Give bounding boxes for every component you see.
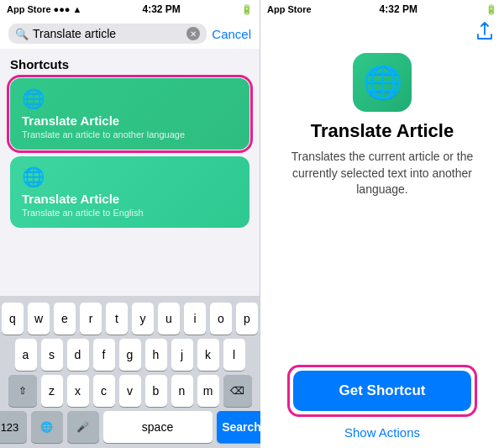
key-u[interactable]: u: [158, 303, 180, 335]
right-status-bar: App Store 4:32 PM 🔋: [260, 0, 504, 18]
key-shift[interactable]: ⇧: [8, 375, 37, 407]
key-w[interactable]: w: [28, 303, 50, 335]
left-status-bar: App Store ●●● ▲ 4:32 PM 🔋: [0, 0, 260, 18]
card-subtitle-1: Translate an article to another language: [22, 129, 238, 140]
key-r[interactable]: r: [80, 303, 102, 335]
key-j[interactable]: j: [171, 339, 193, 371]
key-l[interactable]: l: [223, 339, 245, 371]
key-backspace[interactable]: ⌫: [223, 375, 252, 407]
key-q[interactable]: q: [2, 303, 24, 335]
search-input[interactable]: [33, 27, 182, 40]
search-input-wrapper: 🔍 ✕: [8, 24, 207, 44]
key-e[interactable]: e: [54, 303, 76, 335]
carrier-left: App Store: [7, 4, 51, 14]
status-right: 🔋: [241, 4, 253, 15]
key-k[interactable]: k: [197, 339, 219, 371]
key-v[interactable]: v: [119, 375, 141, 407]
card-icon-2: 🌐: [22, 166, 238, 188]
status-left: App Store ●●● ▲: [7, 4, 81, 14]
right-status-time: 4:32 PM: [380, 3, 417, 15]
key-row-4: 123 🌐 🎤 space Search: [3, 411, 256, 445]
card-subtitle-2: Translate an article to English: [22, 208, 238, 218]
keyboard: q w e r t y u i o p a s d f g h j k l ⇧ …: [0, 296, 260, 448]
key-row-1: q w e r t y u i o p: [3, 303, 256, 335]
card-icon-1: 🌐: [22, 88, 238, 110]
battery-icon-left: 🔋: [241, 4, 253, 15]
key-n[interactable]: n: [171, 375, 193, 407]
app-name: Translate Article: [311, 120, 454, 142]
key-o[interactable]: o: [210, 303, 232, 335]
key-b[interactable]: b: [145, 375, 167, 407]
card-title-2: Translate Article: [22, 192, 238, 206]
right-bottom-section: Get Shortcut Show Actions: [260, 365, 504, 448]
key-d[interactable]: d: [67, 339, 89, 371]
clear-button[interactable]: ✕: [186, 27, 200, 40]
key-space[interactable]: space: [103, 411, 213, 443]
key-s[interactable]: s: [41, 339, 63, 371]
wifi-icon-left: ▲: [73, 4, 82, 14]
key-i[interactable]: i: [184, 303, 206, 335]
left-panel: App Store ●●● ▲ 4:32 PM 🔋 🔍 ✕ Cancel Sho…: [0, 0, 260, 448]
key-z[interactable]: z: [41, 375, 63, 407]
key-t[interactable]: t: [106, 303, 128, 335]
key-search[interactable]: Search: [217, 411, 267, 443]
key-c[interactable]: c: [93, 375, 115, 407]
key-row-2: a s d f g h j k l: [3, 339, 256, 371]
key-x[interactable]: x: [67, 375, 89, 407]
shortcut-card-1[interactable]: 🌐 Translate Article Translate an article…: [10, 78, 249, 150]
get-shortcut-button[interactable]: Get Shortcut: [293, 371, 471, 411]
key-h[interactable]: h: [145, 339, 167, 371]
right-carrier-text: App Store: [267, 4, 312, 14]
app-description: Translates the current article or the cu…: [277, 149, 487, 198]
shortcut-card-2[interactable]: 🌐 Translate Article Translate an article…: [10, 156, 249, 228]
signal-icon-left: ●●●: [54, 4, 71, 14]
cancel-button[interactable]: Cancel: [212, 27, 251, 41]
key-f[interactable]: f: [93, 339, 115, 371]
app-detail: 🌐 Translate Article Translates the curre…: [260, 45, 504, 198]
key-mic[interactable]: 🎤: [67, 411, 99, 443]
show-actions-button[interactable]: Show Actions: [274, 420, 491, 448]
key-y[interactable]: y: [132, 303, 154, 335]
key-row-3: ⇧ z x c v b n m ⌫: [3, 375, 256, 407]
key-123[interactable]: 123: [0, 411, 27, 443]
get-shortcut-wrapper: Get Shortcut: [287, 365, 477, 417]
search-icon: 🔍: [15, 28, 29, 40]
card-title-1: Translate Article: [22, 113, 238, 128]
app-icon: 🌐: [353, 53, 412, 112]
key-m[interactable]: m: [197, 375, 219, 407]
right-panel: App Store 4:32 PM 🔋 🌐 Translate Article …: [260, 0, 504, 448]
right-status-battery: 🔋: [486, 4, 497, 15]
key-p[interactable]: p: [236, 303, 258, 335]
right-header: [260, 18, 504, 45]
shortcuts-section: Shortcuts 🌐 Translate Article Translate …: [0, 49, 260, 240]
shortcuts-title: Shortcuts: [10, 57, 249, 71]
time-left: 4:32 PM: [143, 3, 181, 15]
share-button[interactable]: [477, 22, 492, 45]
key-globe[interactable]: 🌐: [31, 411, 63, 443]
key-a[interactable]: a: [15, 339, 37, 371]
search-bar: 🔍 ✕ Cancel: [0, 18, 260, 49]
right-status-carrier: App Store: [267, 4, 312, 14]
key-g[interactable]: g: [119, 339, 141, 371]
